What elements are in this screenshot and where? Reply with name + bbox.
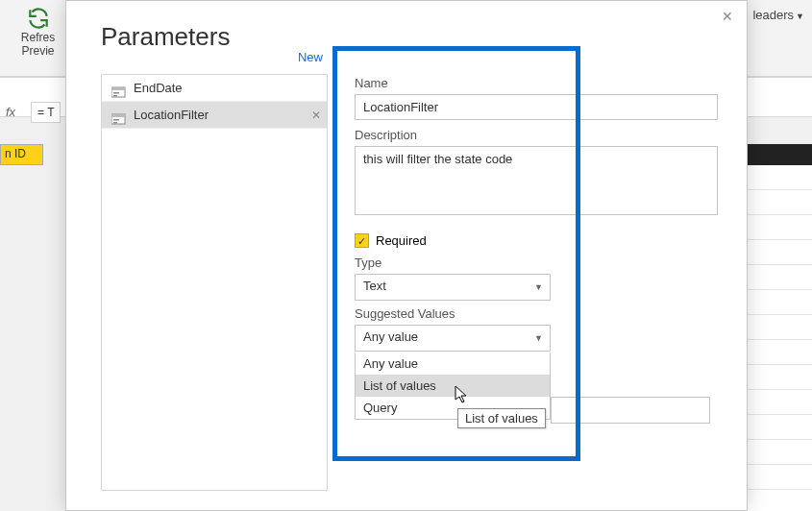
refresh-button[interactable]: Refres Previe (12, 6, 64, 58)
suggested-label: Suggested Values (355, 306, 718, 321)
svg-rect-3 (113, 95, 117, 97)
name-label: Name (355, 76, 718, 90)
parameter-list: New EndDate LocationFilter ✕ (101, 74, 328, 491)
tooltip: List of values (457, 408, 546, 428)
parameter-label: LocationFilter (134, 102, 209, 129)
name-field[interactable] (355, 94, 718, 120)
dialog-title: Parameters (66, 1, 747, 52)
svg-rect-2 (113, 92, 119, 94)
close-icon[interactable]: ✕ (718, 7, 737, 26)
type-label: Type (355, 256, 718, 270)
parameter-icon (111, 109, 127, 122)
parameter-row[interactable]: LocationFilter ✕ (102, 102, 327, 129)
svg-rect-1 (111, 87, 125, 90)
description-label: Description (355, 128, 718, 142)
type-select[interactable]: Text ▼ (355, 274, 551, 301)
grid-rows (745, 165, 812, 511)
required-toggle[interactable]: ✓ Required (355, 233, 718, 248)
svg-rect-5 (111, 114, 125, 117)
svg-rect-7 (113, 122, 117, 124)
headers-dropdown[interactable]: leaders▼ (752, 8, 804, 22)
dropdown-option[interactable]: Any value (356, 353, 550, 375)
parameter-row[interactable]: EndDate (102, 75, 327, 102)
new-parameter-link[interactable]: New (298, 50, 323, 64)
suggested-value: Any value (355, 325, 551, 352)
refresh-label2: Previe (12, 44, 64, 58)
fx-icon: fx (6, 105, 15, 119)
delete-parameter-icon[interactable]: ✕ (311, 102, 321, 129)
description-field[interactable] (355, 146, 718, 215)
suggested-values-select[interactable]: Any value ▼ (355, 325, 551, 352)
type-value: Text (355, 274, 551, 301)
checkbox-icon: ✓ (355, 233, 369, 248)
parameter-label: EndDate (134, 75, 183, 102)
table-header-row (745, 144, 812, 165)
svg-rect-6 (113, 119, 119, 121)
dropdown-option[interactable]: List of values (356, 375, 550, 397)
dialog-body: New EndDate LocationFilter ✕ Name (101, 74, 718, 491)
current-value-field[interactable] (551, 397, 710, 424)
headers-label: leaders (752, 8, 794, 22)
parameters-dialog: ✕ Parameters New EndDate LocationFilter … (65, 0, 748, 511)
column-header[interactable]: n ID (0, 144, 43, 165)
formula-cell[interactable]: = T (31, 102, 61, 123)
parameter-icon (111, 82, 127, 95)
refresh-label: Refres (12, 31, 64, 44)
refresh-icon (26, 6, 51, 31)
required-label: Required (376, 233, 427, 248)
chevron-down-icon: ▼ (796, 12, 804, 21)
